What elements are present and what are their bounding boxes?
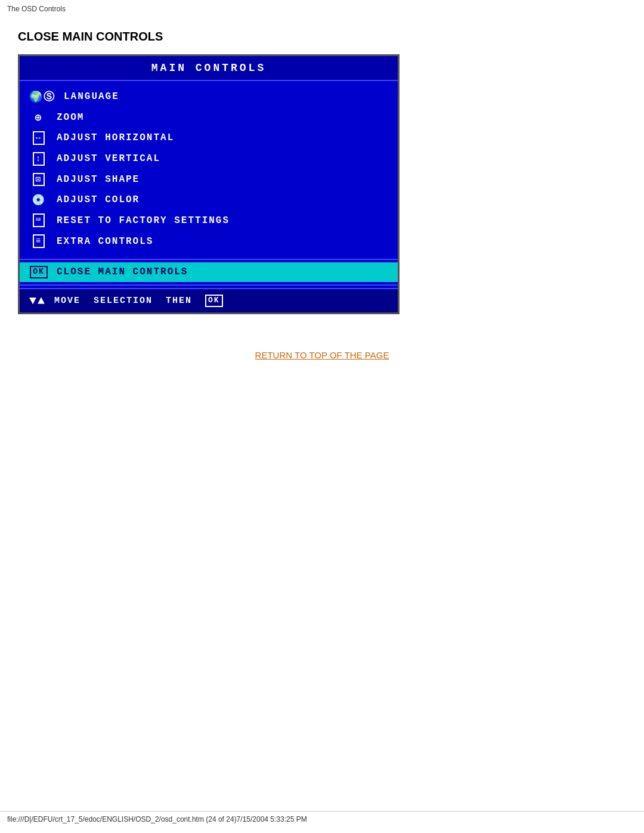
top-bar-label: The OSD Controls	[7, 5, 66, 13]
ok-badge-footer: OK	[205, 295, 223, 307]
page-content: CLOSE MAIN CONTROLS MAIN CONTROLS 🌍Ⓢ LAN…	[0, 18, 644, 372]
osd-footer-divider	[20, 284, 398, 286]
top-bar: The OSD Controls	[0, 0, 644, 18]
osd-item-label-zoom: ZOOM	[57, 112, 84, 123]
osd-item-close-main-controls[interactable]: OK CLOSE MAIN CONTROLS	[20, 262, 398, 282]
osd-item-label-language: LANGUAGE	[64, 91, 119, 102]
close-main-controls-icon: OK	[29, 266, 48, 278]
osd-panel: MAIN CONTROLS 🌍Ⓢ LANGUAGE ⊕ ZOOM ↔ ADJUS…	[18, 54, 400, 314]
language-icon: 🌍Ⓢ	[29, 89, 55, 104]
move-selection-icon: ▼▲	[29, 294, 46, 308]
osd-footer-text: MOVE SELECTION THEN	[54, 296, 205, 306]
adjust-horizontal-icon: ↔	[29, 131, 48, 145]
osd-item-extra[interactable]: ≡ EXTRA CONTROLS	[20, 231, 398, 252]
osd-item-label-reset: RESET TO FACTORY SETTINGS	[57, 215, 230, 226]
osd-item-adjust-shape[interactable]: ⊡ ADJUST SHAPE	[20, 169, 398, 190]
osd-item-reset[interactable]: ⌨ RESET TO FACTORY SETTINGS	[20, 210, 398, 231]
osd-item-label-adjust-horizontal: ADJUST HORIZONTAL	[57, 132, 174, 143]
return-to-top-link[interactable]: RETURN TO TOP OF THE PAGE	[18, 350, 626, 360]
osd-item-adjust-color[interactable]: 💿 ADJUST COLOR	[20, 190, 398, 210]
adjust-vertical-icon: ↕	[29, 152, 48, 166]
extra-controls-icon: ≡	[29, 234, 48, 248]
osd-footer: ▼▲ MOVE SELECTION THEN OK	[20, 288, 398, 312]
adjust-shape-icon: ⊡	[29, 173, 48, 187]
osd-item-label-adjust-color: ADJUST COLOR	[57, 194, 140, 205]
osd-item-label-adjust-vertical: ADJUST VERTICAL	[57, 153, 160, 164]
bottom-bar: file:///D|/EDFU/crt_17_5/edoc/ENGLISH/OS…	[0, 811, 644, 827]
osd-item-label-adjust-shape: ADJUST SHAPE	[57, 174, 140, 185]
reset-icon: ⌨	[29, 213, 48, 227]
osd-item-zoom[interactable]: ⊕ ZOOM	[20, 107, 398, 128]
zoom-icon: ⊕	[29, 111, 48, 124]
osd-item-language[interactable]: 🌍Ⓢ LANGUAGE	[20, 86, 398, 107]
osd-item-adjust-horizontal[interactable]: ↔ ADJUST HORIZONTAL	[20, 128, 398, 148]
osd-header: MAIN CONTROLS	[20, 56, 398, 81]
osd-item-label-close-main: CLOSE MAIN CONTROLS	[57, 267, 188, 277]
section-title: CLOSE MAIN CONTROLS	[18, 30, 626, 44]
osd-divider	[20, 259, 398, 260]
osd-item-adjust-vertical[interactable]: ↕ ADJUST VERTICAL	[20, 148, 398, 169]
osd-item-label-extra: EXTRA CONTROLS	[57, 236, 153, 247]
osd-menu: 🌍Ⓢ LANGUAGE ⊕ ZOOM ↔ ADJUST HORIZONTAL ↕…	[20, 81, 398, 256]
adjust-color-icon: 💿	[29, 193, 48, 206]
bottom-bar-label: file:///D|/EDFU/crt_17_5/edoc/ENGLISH/OS…	[7, 815, 307, 823]
